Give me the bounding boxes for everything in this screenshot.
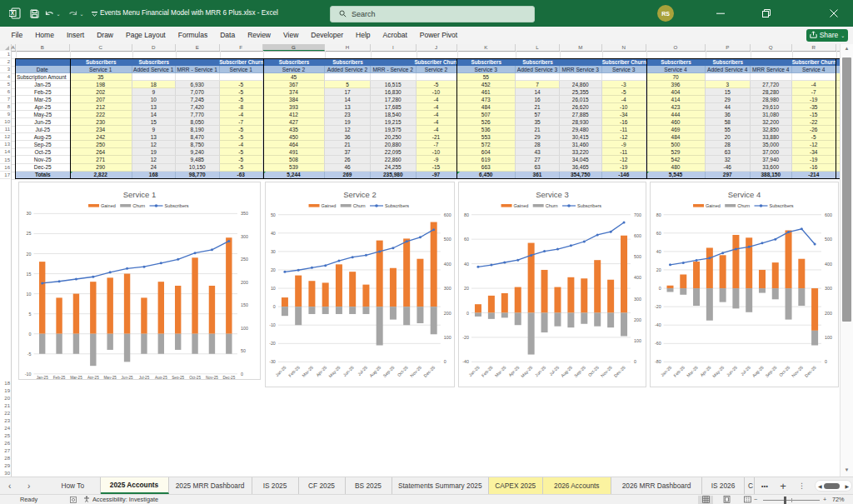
cell-Q12[interactable]: 33,880 bbox=[751, 133, 793, 141]
cell-J5[interactable]: -5 bbox=[417, 81, 457, 88]
row-header-8[interactable]: 8 bbox=[0, 103, 10, 111]
cell-F16[interactable]: -5 bbox=[220, 164, 264, 172]
cell-H8[interactable]: 13 bbox=[325, 103, 371, 111]
row-header-4[interactable]: 4 bbox=[0, 73, 10, 81]
cell-N10[interactable]: -16 bbox=[602, 118, 647, 126]
cell-R2[interactable]: Subscriber Churn bbox=[792, 58, 836, 66]
row-header-22[interactable]: 22 bbox=[0, 410, 10, 417]
cell-C15[interactable]: 271 bbox=[70, 156, 132, 163]
cell-N15[interactable]: -12 bbox=[602, 156, 647, 163]
cell-F3[interactable]: Service 1 bbox=[220, 66, 264, 73]
cell-J13[interactable]: -7 bbox=[417, 141, 457, 148]
cell-E16[interactable]: 10,150 bbox=[176, 164, 220, 172]
cell-L3[interactable]: Added Service 3 bbox=[516, 66, 560, 73]
cell-L13[interactable]: 28 bbox=[516, 141, 560, 148]
share-button[interactable]: Share ⌄ bbox=[806, 29, 848, 42]
sheet-tab-2025-mrr-dashboard[interactable]: 2025 MRR Dashboard bbox=[169, 477, 252, 494]
ribbon-tab-draw[interactable]: Draw bbox=[91, 31, 120, 39]
row-header-12[interactable]: 12 bbox=[0, 133, 10, 141]
cell-E2[interactable] bbox=[176, 58, 220, 66]
cell-K10[interactable]: 526 bbox=[457, 118, 516, 126]
cell-G13[interactable]: 464 bbox=[263, 141, 325, 148]
cell-M2[interactable] bbox=[560, 58, 602, 66]
cell-D6[interactable]: 9 bbox=[132, 88, 177, 96]
cell-F8[interactable]: -8 bbox=[220, 103, 264, 111]
sheet-tab-is-2025[interactable]: IS 2025 bbox=[252, 477, 299, 494]
cell-E5[interactable]: 6,930 bbox=[176, 81, 220, 88]
cell-H6[interactable]: 17 bbox=[325, 88, 371, 96]
more-sheets-icon[interactable]: ••• bbox=[756, 483, 773, 489]
cell-N2[interactable]: Subscriber Churn bbox=[602, 58, 647, 66]
cell-P3[interactable]: Added Service 4 bbox=[706, 66, 751, 73]
tab-scroll-left-icon[interactable]: ◀ bbox=[818, 483, 822, 489]
cell-H10[interactable]: 19 bbox=[325, 118, 371, 126]
cell-K2[interactable]: Subscribers bbox=[457, 58, 516, 66]
ribbon-tab-file[interactable]: File bbox=[5, 31, 29, 39]
ribbon-tab-formulas[interactable]: Formulas bbox=[172, 31, 213, 39]
cell-P2[interactable]: Subscribers bbox=[706, 58, 751, 66]
cell-M12[interactable]: 30,415 bbox=[560, 133, 602, 141]
column-header-D[interactable]: D bbox=[132, 44, 177, 51]
redo-dropdown-icon[interactable]: ⌄ bbox=[79, 11, 83, 17]
cell-F9[interactable]: -4 bbox=[220, 111, 264, 118]
row-header-16[interactable]: 16 bbox=[0, 164, 10, 172]
cell-M16[interactable]: 36,465 bbox=[560, 164, 602, 172]
cell-B12[interactable]: Aug-25 bbox=[16, 133, 71, 141]
cell-L11[interactable]: 21 bbox=[516, 126, 560, 133]
cell-B5[interactable]: Jan-25 bbox=[16, 81, 71, 88]
cell-H3[interactable]: Added Service 2 bbox=[325, 66, 371, 73]
cell-D12[interactable]: 13 bbox=[132, 133, 177, 141]
cell-M13[interactable]: 31,460 bbox=[560, 141, 602, 148]
undo-icon[interactable]: ⌄ bbox=[43, 0, 62, 27]
cell-L4[interactable] bbox=[516, 73, 560, 81]
select-all-corner[interactable] bbox=[0, 44, 12, 52]
cell-E4[interactable] bbox=[176, 73, 220, 81]
cell-D5[interactable]: 18 bbox=[132, 81, 177, 88]
cell-L12[interactable]: 29 bbox=[516, 133, 560, 141]
user-avatar[interactable]: RS bbox=[657, 5, 674, 22]
cell-P15[interactable]: 32 bbox=[706, 156, 751, 163]
cell-G15[interactable]: 508 bbox=[263, 156, 325, 163]
column-header-I[interactable]: I bbox=[371, 44, 417, 51]
cell-I9[interactable]: 18,540 bbox=[371, 111, 417, 118]
cell-K9[interactable]: 507 bbox=[457, 111, 516, 118]
cell-O3[interactable]: Service 4 bbox=[646, 66, 706, 73]
cell-B8[interactable]: Apr-25 bbox=[16, 103, 71, 111]
row-header-11[interactable]: 11 bbox=[0, 126, 10, 133]
cell-I8[interactable]: 17,685 bbox=[371, 103, 417, 111]
cell-L7[interactable]: 16 bbox=[516, 96, 560, 103]
cell-J9[interactable]: -4 bbox=[417, 111, 457, 118]
sheet-nav-prev-icon[interactable]: ‹ bbox=[8, 477, 20, 494]
restore-button[interactable] bbox=[752, 0, 781, 27]
row-header-15[interactable]: 15 bbox=[0, 156, 10, 163]
cell-E8[interactable]: 7,420 bbox=[176, 103, 220, 111]
sheet-tab-capex-2025[interactable]: CAPEX 2025 bbox=[489, 477, 543, 494]
cell-P10[interactable]: 58 bbox=[706, 118, 751, 126]
cell-I4[interactable] bbox=[371, 73, 417, 81]
cell-E3[interactable]: MRR - Service 1 bbox=[176, 66, 220, 73]
close-button[interactable] bbox=[820, 0, 848, 27]
cell-K14[interactable]: 604 bbox=[457, 148, 516, 156]
cell-F2[interactable]: Subscriber Churn bbox=[220, 58, 264, 66]
cell-B2[interactable] bbox=[16, 58, 71, 66]
cell-M8[interactable]: 26,620 bbox=[560, 103, 602, 111]
cell-D7[interactable]: 10 bbox=[132, 96, 177, 103]
ribbon-tab-help[interactable]: Help bbox=[350, 31, 377, 39]
sheet-tab-is-2026[interactable]: IS 2026 bbox=[702, 477, 745, 494]
row-header-25[interactable]: 25 bbox=[0, 432, 10, 440]
cell-N7[interactable]: -4 bbox=[602, 96, 647, 103]
cell-B10[interactable]: Jun-25 bbox=[16, 118, 71, 126]
cell-E6[interactable]: 7,070 bbox=[176, 88, 220, 96]
save-icon[interactable] bbox=[27, 0, 42, 27]
sheet-tab-bs-2025[interactable]: BS 2025 bbox=[346, 477, 392, 494]
cell-I3[interactable]: MRR - Service 2 bbox=[371, 66, 417, 73]
row-header-28[interactable]: 28 bbox=[0, 455, 10, 462]
cell-I6[interactable]: 16,830 bbox=[371, 88, 417, 96]
cell-H7[interactable]: 14 bbox=[325, 96, 371, 103]
cell-P16[interactable]: -46 bbox=[706, 164, 751, 172]
cell-E11[interactable]: 8,190 bbox=[176, 126, 220, 133]
row-header-1[interactable]: 1 bbox=[0, 51, 10, 58]
cell-E7[interactable]: 7,245 bbox=[176, 96, 220, 103]
cell-C13[interactable]: 250 bbox=[70, 141, 132, 148]
cell-P9[interactable]: 36 bbox=[706, 111, 751, 118]
